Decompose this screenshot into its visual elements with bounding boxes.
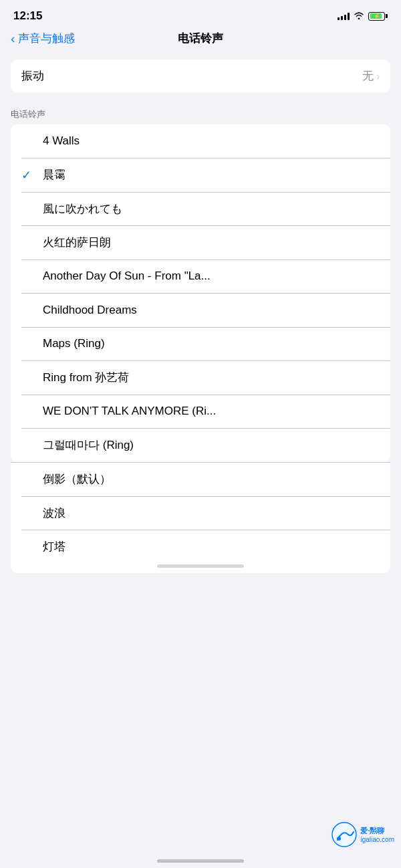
- wifi-icon: [354, 11, 364, 21]
- default-tone-name: 灯塔: [43, 539, 65, 554]
- list-item[interactable]: 그럴때마다 (Ring): [11, 429, 390, 462]
- list-item[interactable]: Ring from 孙艺荷: [11, 361, 390, 395]
- status-bar: 12:15 ⚡: [0, 0, 401, 27]
- list-item[interactable]: Maps (Ring): [11, 327, 390, 360]
- vibration-row[interactable]: 振动 无 ›: [11, 60, 390, 92]
- status-time: 12:15: [13, 9, 42, 23]
- ringtone-section-label: 电话铃声: [0, 103, 401, 124]
- ringtone-name: Another Day Of Sun - From "La...: [43, 269, 211, 283]
- nav-bar: ‹ 声音与触感 电话铃声: [0, 27, 401, 54]
- default-tone-name: 倒影（默认）: [43, 471, 111, 487]
- ringtone-list: 4 Walls✓晨霭風に吹かれても火红的萨日朗Another Day Of Su…: [11, 124, 390, 462]
- vibration-label: 振动: [21, 68, 44, 84]
- default-tone-name: 波浪: [43, 506, 65, 521]
- ringtone-name: WE DON'T TALK ANYMORE (Ri...: [43, 405, 216, 418]
- list-item[interactable]: 波浪: [11, 496, 390, 530]
- ringtone-name: Childhood Dreams: [43, 304, 137, 317]
- page-title: 电话铃声: [178, 31, 223, 46]
- vibration-value: 无: [362, 68, 374, 84]
- list-item[interactable]: 倒影（默认）: [11, 463, 390, 496]
- ringtone-name: 그럴때마다 (Ring): [43, 437, 134, 453]
- default-tone-list: 倒影（默认）波浪灯塔: [11, 463, 390, 573]
- checkmark-icon: ✓: [21, 168, 35, 183]
- list-item[interactable]: 火红的萨日朗: [11, 226, 390, 259]
- battery-icon: ⚡: [368, 12, 388, 21]
- chevron-right-icon: ›: [376, 71, 380, 82]
- vibration-section: 振动 无 ›: [11, 60, 390, 92]
- chevron-left-icon: ‹: [11, 31, 15, 46]
- list-item[interactable]: 風に吹かれても: [11, 192, 390, 225]
- list-item[interactable]: ✓晨霭: [11, 158, 390, 192]
- ringtone-name: 晨霭: [43, 167, 65, 183]
- ringtone-name: Maps (Ring): [43, 337, 105, 350]
- ringtone-name: 4 Walls: [43, 134, 80, 148]
- ringtone-name: 火红的萨日朗: [43, 235, 111, 250]
- status-icons: ⚡: [338, 11, 388, 21]
- list-item[interactable]: 4 Walls: [11, 124, 390, 158]
- back-button[interactable]: ‹ 声音与触感: [11, 31, 75, 46]
- svg-point-1: [337, 837, 341, 841]
- list-item[interactable]: Another Day Of Sun - From "La...: [11, 259, 390, 293]
- vibration-value-container: 无 ›: [362, 68, 380, 84]
- home-indicator-bar: [157, 564, 244, 568]
- list-item[interactable]: Childhood Dreams: [11, 294, 390, 327]
- list-item[interactable]: WE DON'T TALK ANYMORE (Ri...: [11, 395, 390, 428]
- ringtone-name: 風に吹かれても: [43, 201, 122, 217]
- ringtone-name: Ring from 孙艺荷: [43, 370, 129, 385]
- list-item[interactable]: 灯塔: [11, 530, 390, 573]
- watermark: 爱·㸃聊 igaliao.com: [331, 821, 394, 848]
- signal-icon: [338, 12, 350, 20]
- home-indicator: [157, 859, 244, 863]
